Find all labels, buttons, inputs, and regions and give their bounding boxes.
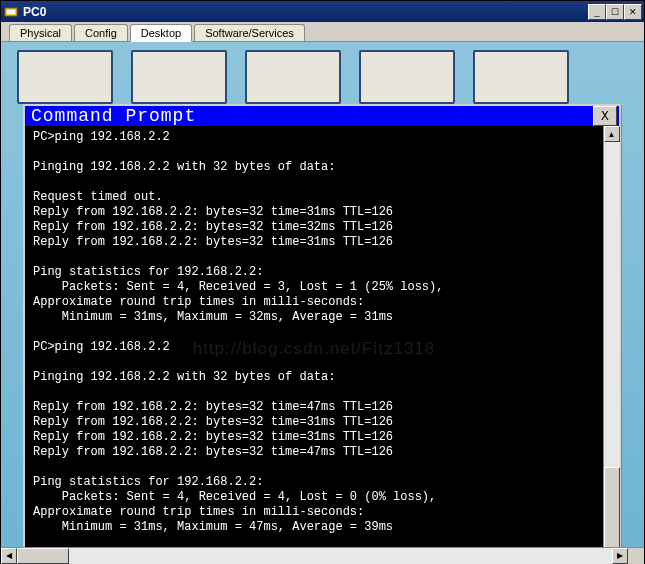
scroll-corner	[628, 548, 644, 564]
app-icon	[3, 4, 19, 20]
command-prompt-title: Command Prompt	[31, 106, 593, 126]
scroll-thumb[interactable]	[604, 467, 620, 547]
outer-titlebar[interactable]: PC0 _ ☐ ✕	[1, 1, 644, 22]
minimize-button[interactable]: _	[588, 4, 606, 20]
shortcut-thumb[interactable]	[131, 50, 227, 104]
terminal-output[interactable]: PC>ping 192.168.2.2 Pinging 192.168.2.2 …	[25, 126, 603, 547]
tab-desktop[interactable]: Desktop	[130, 24, 192, 42]
tabs-row: Physical Config Desktop Software/Service…	[1, 22, 644, 42]
maximize-button[interactable]: ☐	[606, 4, 624, 20]
horizontal-scrollbar[interactable]: ◀ ▶	[1, 547, 644, 563]
outer-window-title: PC0	[23, 5, 588, 19]
vertical-scrollbar[interactable]: ▲ ▼	[603, 126, 619, 547]
tab-software-services[interactable]: Software/Services	[194, 24, 305, 41]
desktop-body: Command Prompt X PC>ping 192.168.2.2 Pin…	[1, 42, 644, 547]
scroll-right-button[interactable]: ▶	[612, 548, 628, 564]
command-prompt-titlebar[interactable]: Command Prompt X	[25, 106, 619, 126]
outer-window: PC0 _ ☐ ✕ Physical Config Desktop Softwa…	[0, 0, 645, 564]
tab-physical[interactable]: Physical	[9, 24, 72, 41]
shortcut-thumb[interactable]	[359, 50, 455, 104]
shortcut-thumb[interactable]	[245, 50, 341, 104]
shortcut-thumb[interactable]	[473, 50, 569, 104]
window-controls: _ ☐ ✕	[588, 4, 642, 20]
scroll-left-button[interactable]: ◀	[1, 548, 17, 564]
svg-rect-1	[7, 10, 15, 14]
tab-config[interactable]: Config	[74, 24, 128, 41]
shortcut-thumbnails	[17, 50, 628, 108]
hscroll-thumb[interactable]	[17, 548, 69, 564]
scroll-track[interactable]	[604, 142, 620, 547]
terminal-wrap: PC>ping 192.168.2.2 Pinging 192.168.2.2 …	[25, 126, 619, 547]
hscroll-track[interactable]	[17, 548, 612, 564]
watermark-text: http://blog.csdn.net/Fitz1318	[193, 340, 436, 355]
scroll-up-button[interactable]: ▲	[604, 126, 620, 142]
close-button[interactable]: ✕	[624, 4, 642, 20]
command-prompt-close-button[interactable]: X	[593, 106, 617, 126]
shortcut-thumb[interactable]	[17, 50, 113, 104]
command-prompt-window: Command Prompt X PC>ping 192.168.2.2 Pin…	[23, 104, 621, 547]
